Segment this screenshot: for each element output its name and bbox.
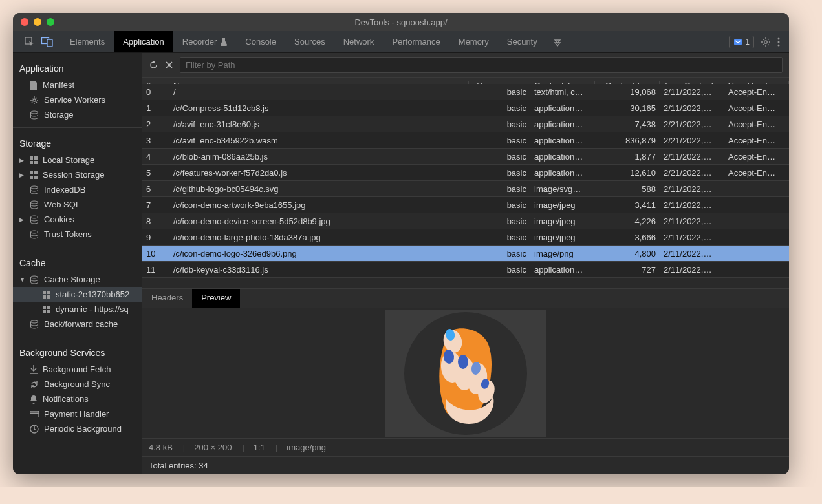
maximize-window-button[interactable] [47, 18, 54, 26]
sidebar-item-background-sync[interactable]: Background Sync [13, 377, 142, 392]
sidebar-item-storage[interactable]: Storage [13, 107, 142, 122]
tab-memory[interactable]: Memory [449, 31, 498, 52]
section-storage: Storage [13, 133, 142, 152]
table-row[interactable]: 10/c/icon-demo-logo-326ed9b6.pngbasicima… [142, 246, 789, 262]
sidebar-item-indexeddb[interactable]: IndexedDB [13, 182, 142, 197]
cell-content-length: 4,226 [595, 216, 660, 226]
close-window-button[interactable] [21, 18, 28, 26]
svg-point-19 [31, 201, 38, 204]
gear-icon[interactable] [761, 37, 771, 47]
tab-sources[interactable]: Sources [285, 31, 334, 52]
sidebar-item-session-storage[interactable]: ▶Session Storage [13, 167, 142, 182]
tab-elements[interactable]: Elements [61, 31, 114, 52]
sidebar-item-periodic-background[interactable]: Periodic Background [13, 421, 142, 436]
cell-name: / [169, 87, 469, 97]
cell-content-type: image/png [530, 249, 595, 258]
cell-time: 2/11/2022,… [660, 87, 724, 97]
sidebar-item-label: Local Storage [43, 155, 94, 165]
cell-content-type: image/jpeg [530, 233, 595, 242]
table-row[interactable]: 5/c/features-worker-f57d2da0.jsbasicappl… [142, 165, 789, 181]
cell-name: /c/icon-demo-logo-326ed9b6.png [169, 249, 469, 258]
tab-console[interactable]: Console [236, 31, 285, 52]
svg-rect-12 [30, 161, 33, 164]
sidebar-item-payment-handler[interactable]: Payment Handler [13, 406, 142, 421]
tab-network[interactable]: Network [334, 31, 384, 52]
close-icon[interactable] [165, 61, 173, 69]
sidebar-item-label: Notifications [43, 394, 89, 404]
sidebar-item-trust-tokens[interactable]: Trust Tokens [13, 227, 142, 242]
cell-name: /c/Compress-51d12cb8.js [169, 103, 469, 113]
table-row[interactable]: 9/c/icon-demo-large-photo-18da387a.jpgba… [142, 229, 789, 246]
svg-point-31 [31, 320, 38, 323]
svg-rect-24 [47, 291, 50, 294]
svg-rect-10 [30, 156, 33, 160]
sidebar-item-background-fetch[interactable]: Background Fetch [13, 362, 142, 377]
sidebar-item-service-workers[interactable]: Service Workers [13, 92, 142, 107]
sidebar-item-bf-cache[interactable]: Back/forward cache [13, 317, 142, 331]
table-row[interactable]: 6/c/github-logo-bc05494c.svgbasicimage/s… [142, 181, 789, 197]
sidebar-item-web-sql[interactable]: Web SQL [13, 197, 142, 212]
item-icon [30, 156, 38, 164]
sidebar-item-cookies[interactable]: ▶Cookies [13, 212, 142, 227]
cell-time: 2/11/2022,… [660, 265, 724, 275]
sidebar-item-cache-entry-dynamic[interactable]: dynamic - https://sq [13, 302, 142, 317]
tab-performance[interactable]: Performance [383, 31, 449, 52]
svg-rect-29 [43, 310, 46, 313]
svg-point-8 [33, 98, 36, 101]
cell-name: /c/blob-anim-086aa25b.js [169, 152, 469, 162]
device-toggle-icon[interactable] [41, 37, 53, 47]
svg-point-20 [31, 216, 38, 218]
cell-time: 2/11/2022,… [660, 200, 724, 210]
cell-content-length: 727 [595, 265, 660, 275]
cell-content-length: 19,068 [595, 87, 660, 97]
detail-tab-headers[interactable]: Headers [142, 289, 192, 308]
sidebar-item-cache-storage[interactable]: ▼ Cache Storage [13, 272, 142, 287]
refresh-icon[interactable] [149, 60, 158, 70]
cell-response: basic [469, 184, 530, 194]
table-row[interactable]: 4/c/blob-anim-086aa25b.jsbasicapplicatio… [142, 149, 789, 165]
svg-rect-33 [30, 412, 39, 414]
sidebar-item-label: Payment Handler [44, 409, 109, 419]
detail-tab-preview[interactable]: Preview [192, 289, 240, 308]
inspect-icon[interactable] [25, 37, 35, 47]
table-row[interactable]: 11/c/idb-keyval-c33d3116.jsbasicapplicat… [142, 262, 789, 278]
status-mime: image/png [276, 443, 326, 452]
tab-security[interactable]: Security [498, 31, 546, 52]
sidebar-item-notifications[interactable]: Notifications [13, 392, 142, 406]
table-row[interactable]: 1/c/Compress-51d12cb8.jsbasicapplication… [142, 100, 789, 116]
preview-status-row: 4.8 kB 200 × 200 1:1 image/png [142, 438, 789, 456]
issues-badge[interactable]: 1 [729, 36, 754, 48]
cell-index: 11 [142, 265, 169, 275]
chevron-right-icon: ▶ [19, 216, 24, 223]
minimize-window-button[interactable] [34, 18, 41, 26]
window-controls [21, 18, 54, 26]
cell-response: basic [469, 120, 530, 129]
tab-recorder[interactable]: Recorder [173, 31, 236, 52]
svg-rect-3 [734, 39, 742, 45]
divider [13, 337, 142, 337]
cell-content-length: 12,610 [595, 168, 660, 178]
cell-index: 10 [142, 249, 169, 258]
section-application: Application [13, 58, 142, 78]
table-row[interactable]: 0/basictext/html, c…19,0682/11/2022,…Acc… [142, 84, 789, 100]
sidebar-item-local-storage[interactable]: ▶Local Storage [13, 152, 142, 167]
cell-response: basic [469, 200, 530, 210]
more-panels-icon[interactable] [553, 37, 562, 47]
svg-rect-2 [47, 39, 52, 47]
tab-application[interactable]: Application [114, 31, 173, 52]
table-row[interactable]: 8/c/icon-demo-device-screen-5d52d8b9.jpg… [142, 213, 789, 229]
svg-point-22 [31, 276, 38, 278]
cell-index: 3 [142, 136, 169, 145]
sidebar-item-cache-entry-static[interactable]: static-2e1370bb652 [13, 287, 142, 302]
filter-input[interactable] [180, 57, 783, 73]
table-row[interactable]: 7/c/icon-demo-artwork-9eba1655.jpgbasici… [142, 197, 789, 213]
kebab-menu-icon[interactable] [777, 37, 780, 47]
cell-index: 0 [142, 87, 169, 97]
table-row[interactable]: 3/c/avif_enc-b345922b.wasmbasicapplicati… [142, 132, 789, 149]
cell-name: /c/avif_enc-31cf8e60.js [169, 120, 469, 129]
sidebar-item-manifest[interactable]: Manifest [13, 78, 142, 92]
divider [13, 247, 142, 247]
svg-point-5 [778, 37, 780, 39]
item-icon [30, 230, 39, 239]
table-row[interactable]: 2/c/avif_enc-31cf8e60.jsbasicapplication… [142, 116, 789, 132]
